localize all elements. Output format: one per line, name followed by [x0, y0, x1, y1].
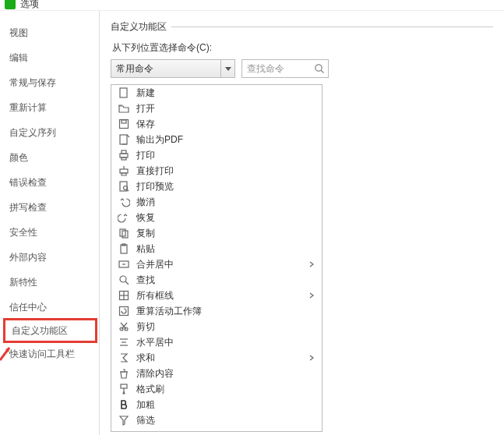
command-label: 直接打印	[136, 164, 317, 178]
command-item-hcenter[interactable]: 水平居中	[111, 334, 322, 350]
directpr-icon	[118, 164, 130, 177]
sidebar-item-11[interactable]: 信任中心	[0, 295, 99, 320]
sidebar-item-10[interactable]: 新特性	[0, 270, 99, 295]
print-icon	[118, 149, 130, 161]
command-listbox[interactable]: 新建打开保存输出为PDF打印直接打印打印预览撤消恢复复制粘贴合并居中查找所有框线…	[111, 84, 322, 432]
section-header: 自定义功能区	[111, 20, 493, 34]
sidebar-item-3[interactable]: 重新计算	[0, 95, 99, 120]
sidebar-item-5[interactable]: 颜色	[0, 145, 99, 170]
command-label: 保存	[136, 118, 317, 131]
command-item-bold[interactable]: 加粗	[111, 397, 322, 412]
command-label: 筛选	[136, 414, 317, 427]
sidebar-item-2[interactable]: 常规与保存	[0, 70, 99, 95]
command-item-find[interactable]: 查找	[111, 272, 322, 288]
svg-rect-3	[120, 120, 129, 129]
recalc-icon	[118, 305, 130, 317]
command-item-preview[interactable]: 打印预览	[111, 179, 322, 194]
content-panel: 自定义功能区 从下列位置选择命令(C): 常用命令 查找命令	[100, 11, 504, 435]
svg-point-0	[315, 65, 322, 71]
sidebar-item-label: 视图	[9, 27, 28, 38]
sidebar-item-12[interactable]: 自定义功能区	[3, 318, 97, 343]
filter-icon	[118, 414, 130, 426]
command-label: 打印	[136, 149, 317, 162]
command-label: 加粗	[136, 398, 317, 412]
command-item-cut[interactable]: 剪切	[111, 319, 322, 334]
command-label: 清除内容	[136, 367, 317, 380]
command-item-new[interactable]: 新建	[111, 85, 322, 101]
command-label: 合并居中	[136, 258, 309, 271]
svg-rect-9	[120, 169, 128, 173]
sidebar-item-label: 重新计算	[9, 102, 47, 113]
command-item-print[interactable]: 打印	[111, 147, 322, 163]
sidebar-item-label: 外部内容	[9, 252, 47, 263]
submenu-arrow-icon	[309, 261, 317, 267]
command-item-sum[interactable]: 求和	[111, 350, 322, 366]
command-label: 恢复	[136, 211, 317, 225]
section-divider	[171, 27, 493, 27]
sidebar-item-6[interactable]: 错误检查	[0, 170, 99, 195]
app-icon	[5, 0, 16, 9]
sidebar-item-0[interactable]: 视图	[0, 20, 99, 45]
sidebar-item-4[interactable]: 自定义序列	[0, 120, 99, 145]
merge-icon	[118, 258, 130, 271]
sidebar-item-8[interactable]: 安全性	[0, 220, 99, 245]
sidebar: 视图编辑常规与保存重新计算自定义序列颜色错误检查拼写检查安全性外部内容新特性信任…	[0, 11, 100, 435]
command-item-copy[interactable]: 复制	[111, 225, 322, 241]
svg-line-20	[125, 281, 129, 285]
command-label: 粘贴	[136, 242, 317, 256]
sidebar-item-label: 信任中心	[9, 302, 47, 313]
search-input[interactable]: 查找命令	[241, 59, 329, 78]
command-item-merge[interactable]: 合并居中	[111, 256, 322, 272]
command-list-scroll[interactable]: 新建打开保存输出为PDF打印直接打印打印预览撤消恢复复制粘贴合并居中查找所有框线…	[111, 85, 322, 431]
sum-icon	[118, 352, 130, 364]
preview-icon	[118, 180, 130, 193]
command-item-borders[interactable]: 所有框线	[111, 288, 322, 303]
submenu-arrow-icon	[309, 292, 317, 299]
command-label: 新建	[136, 87, 317, 100]
svg-rect-24	[120, 307, 129, 316]
sidebar-item-label: 颜色	[9, 152, 28, 163]
sidebar-item-label: 快速访问工具栏	[9, 348, 75, 359]
svg-rect-8	[122, 157, 126, 160]
command-item-directpr[interactable]: 直接打印	[111, 163, 322, 179]
command-item-save[interactable]: 保存	[111, 116, 322, 132]
find-icon	[118, 274, 130, 286]
command-item-paste[interactable]: 粘贴	[111, 241, 322, 256]
chevron-down-icon	[220, 60, 234, 77]
dropdown-value: 常用命令	[116, 62, 153, 76]
command-item-fmtpaint[interactable]: 格式刷	[111, 381, 322, 397]
clear-icon	[118, 367, 130, 380]
command-item-filter[interactable]: 筛选	[111, 412, 322, 428]
window-titlebar: 选项	[0, 0, 504, 11]
command-label: 求和	[136, 352, 309, 365]
sidebar-item-1[interactable]: 编辑	[0, 45, 99, 70]
command-item-recalc[interactable]: 重算活动工作簿	[111, 303, 322, 319]
svg-rect-32	[121, 384, 127, 388]
sidebar-item-7[interactable]: 拼写检查	[0, 195, 99, 220]
command-label: 格式刷	[136, 383, 317, 396]
paste-icon	[118, 242, 130, 255]
sidebar-item-13[interactable]: 快速访问工具栏	[0, 341, 99, 366]
command-item-open[interactable]: 打开	[111, 101, 322, 116]
command-label: 撤消	[136, 196, 317, 209]
command-item-undo[interactable]: 撤消	[111, 194, 322, 210]
window-title: 选项	[20, 0, 39, 9]
command-label: 查找	[136, 274, 317, 287]
redo-icon	[118, 211, 130, 224]
svg-rect-5	[120, 135, 127, 144]
command-item-pdf[interactable]: 输出为PDF	[111, 132, 322, 147]
hcenter-icon	[118, 336, 130, 348]
command-item-redo[interactable]: 恢复	[111, 210, 322, 225]
command-label: 水平居中	[136, 336, 317, 349]
command-item-clear[interactable]: 清除内容	[111, 366, 322, 381]
command-source-dropdown[interactable]: 常用命令	[111, 59, 235, 78]
choose-commands-label: 从下列位置选择命令(C):	[112, 41, 493, 55]
cut-icon	[118, 320, 130, 333]
svg-rect-7	[122, 150, 126, 154]
undo-icon	[118, 196, 130, 208]
submenu-arrow-icon	[309, 355, 317, 361]
sidebar-item-9[interactable]: 外部内容	[0, 245, 99, 270]
main-area: 视图编辑常规与保存重新计算自定义序列颜色错误检查拼写检查安全性外部内容新特性信任…	[0, 11, 504, 435]
copy-icon	[118, 227, 130, 239]
command-label: 重算活动工作簿	[136, 305, 317, 318]
